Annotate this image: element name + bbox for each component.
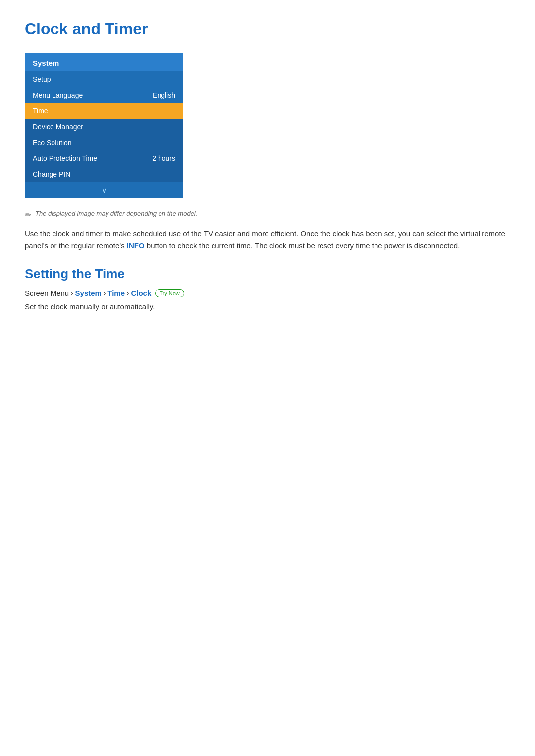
menu-item-eco-solution[interactable]: Eco Solution bbox=[25, 135, 183, 151]
breadcrumb-clock[interactable]: Clock bbox=[131, 289, 151, 297]
menu-header: System bbox=[25, 53, 183, 71]
menu-panel: System Setup Menu Language English Time … bbox=[25, 53, 183, 198]
breadcrumb-sep3: › bbox=[127, 289, 129, 297]
breadcrumb-system[interactable]: System bbox=[75, 289, 102, 297]
menu-item-auto-protection-time[interactable]: Auto Protection Time 2 hours bbox=[25, 151, 183, 166]
menu-item-menu-language-value: English bbox=[153, 91, 175, 99]
setting-section-title: Setting the Time bbox=[25, 266, 510, 282]
body-text-part2: button to check the current time. The cl… bbox=[145, 241, 460, 250]
menu-item-change-pin-label: Change PIN bbox=[33, 170, 70, 178]
menu-chevron: ∨ bbox=[25, 182, 183, 198]
breadcrumb: Screen Menu › System › Time › Clock Try … bbox=[25, 289, 510, 297]
menu-item-setup-label: Setup bbox=[33, 75, 51, 83]
breadcrumb-sep1: › bbox=[71, 289, 73, 297]
breadcrumb-time[interactable]: Time bbox=[107, 289, 125, 297]
menu-item-time-label: Time bbox=[33, 107, 48, 115]
menu-item-time[interactable]: Time bbox=[25, 103, 183, 119]
menu-item-auto-protection-time-value: 2 hours bbox=[152, 154, 175, 162]
menu-item-menu-language[interactable]: Menu Language English bbox=[25, 87, 183, 103]
menu-item-device-manager[interactable]: Device Manager bbox=[25, 119, 183, 135]
menu-item-setup[interactable]: Setup bbox=[25, 71, 183, 87]
menu-item-auto-protection-time-label: Auto Protection Time bbox=[33, 154, 97, 162]
page-title: Clock and Timer bbox=[25, 20, 510, 38]
try-now-badge[interactable]: Try Now bbox=[155, 289, 184, 297]
info-word: INFO bbox=[127, 241, 145, 250]
note-text: The displayed image may differ depending… bbox=[35, 210, 197, 217]
breadcrumb-sep2: › bbox=[104, 289, 106, 297]
menu-item-menu-language-label: Menu Language bbox=[33, 91, 83, 99]
pencil-icon: ✏ bbox=[25, 210, 31, 220]
body-text: Use the clock and timer to make schedule… bbox=[25, 228, 510, 252]
note-row: ✏ The displayed image may differ dependi… bbox=[25, 210, 510, 220]
menu-item-device-manager-label: Device Manager bbox=[33, 123, 83, 131]
menu-item-change-pin[interactable]: Change PIN bbox=[25, 166, 183, 182]
menu-item-eco-solution-label: Eco Solution bbox=[33, 139, 72, 147]
breadcrumb-prefix: Screen Menu bbox=[25, 289, 69, 297]
setting-description: Set the clock manually or automatically. bbox=[25, 301, 510, 313]
